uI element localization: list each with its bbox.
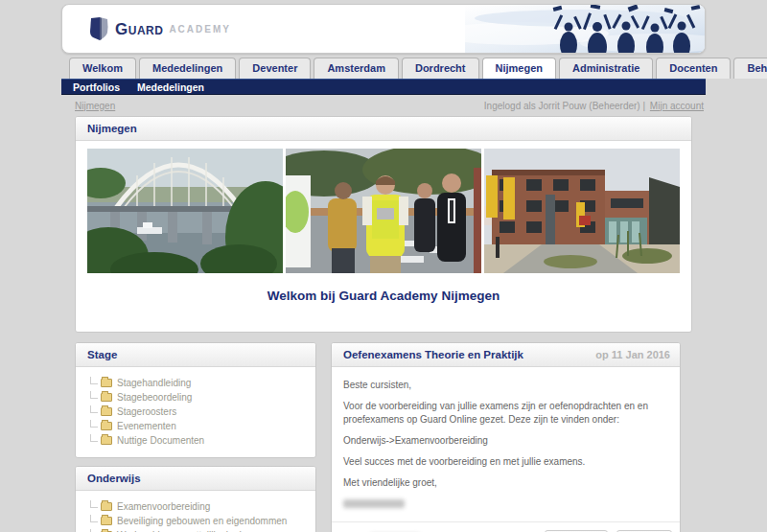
sidebar-item-werken-binnen-kaders[interactable]: Werken binnen wettelijke kaders [87, 528, 308, 532]
tab-dordrecht[interactable]: Dordrecht [402, 58, 479, 79]
sidebar-item-beveiliging-gebouwen[interactable]: Beveiliging gebouwen en eigendommen [87, 514, 308, 528]
sidebar-item-stagehandleiding[interactable]: Stagehandleiding [87, 376, 308, 390]
post-date: op 11 Jan 2016 [595, 349, 670, 360]
content-columns: Stage Stagehandleiding Stagebeoordeling … [75, 342, 706, 532]
posts-column: Oefenexamens Theorie en Praktijk op 11 J… [331, 342, 681, 532]
tab-docenten[interactable]: Docenten [656, 58, 731, 79]
logo-text-academy: ACADEMY [169, 24, 231, 35]
subnav-mededelingen[interactable]: Mededelingen [137, 81, 204, 93]
breadcrumb: Nijmegen [75, 101, 115, 111]
onderwijs-tree: Examenvoorbereiding Beveiliging gebouwen… [76, 491, 315, 532]
logo-text-guard: Guard [115, 20, 163, 39]
tab-bar: Welkom Mededelingen Deventer Amsterdam D… [61, 54, 706, 79]
post-header: Oefenexamens Theorie en Praktijk op 11 J… [332, 343, 680, 367]
page-container: Guard ACADEMY Welkom Med [61, 4, 706, 532]
tab-deventer[interactable]: Deventer [239, 58, 311, 79]
sidebar-item-stagebeoordeling[interactable]: Stagebeoordeling [87, 390, 308, 405]
stage-tree: Stagehandleiding Stagebeoordeling Stager… [76, 367, 315, 457]
meta-row: Nijmegen Ingelogd als Jorrit Pouw (Behee… [61, 95, 706, 116]
tree-branch [90, 377, 98, 384]
stage-panel: Stage Stagehandleiding Stagebeoordeling … [75, 342, 316, 458]
tab-amsterdam[interactable]: Amsterdam [314, 58, 399, 79]
login-status-text: Ingelogd als Jorrit Pouw (Beheerder) | [484, 101, 645, 111]
sidebar-item-label: Beveiliging gebouwen en eigendommen [117, 516, 287, 526]
post-paragraph: Beste cursisten, [343, 379, 668, 392]
login-info: Ingelogd als Jorrit Pouw (Beheerder) | M… [482, 101, 704, 111]
post-actions: Verwijderen Bewerken [540, 528, 672, 532]
tab-beheer[interactable]: Beheer [733, 58, 767, 79]
stage-panel-title: Stage [87, 349, 117, 360]
tree-branch [90, 434, 98, 442]
post-paragraph: Onderwijs->Examenvoorbereiding [343, 434, 668, 448]
folder-icon [101, 436, 112, 445]
sidebar-item-label: Stageroosters [117, 406, 176, 417]
post-paragraph: Met vriendelijke groet, [343, 476, 668, 490]
sidebar-item-nuttige-documenten[interactable]: Nuttige Documenten [87, 433, 308, 448]
photo-waal-bridge [87, 149, 283, 273]
photo-academy-building [484, 149, 680, 273]
post-title: Oefenexamens Theorie en Praktijk [343, 349, 523, 360]
sidebar-item-label: Evenementen [117, 421, 176, 431]
photo-strip [76, 141, 691, 273]
onderwijs-panel: Onderwijs Examenvoorbereiding Beveiligin… [75, 466, 316, 532]
stage-panel-header: Stage [76, 343, 315, 367]
sidebar-item-evenementen[interactable]: Evenementen [87, 419, 308, 433]
site-header: Guard ACADEMY [61, 4, 706, 54]
subnav-portfolios[interactable]: Portfolios [73, 81, 120, 93]
sidebar: Stage Stagehandleiding Stagebeoordeling … [75, 342, 316, 532]
folder-icon [101, 422, 112, 430]
tree-branch [90, 391, 98, 399]
post-body: Beste cursisten, Voor de voorbereiding v… [332, 367, 680, 521]
tree-branch [90, 405, 98, 413]
tab-nijmegen[interactable]: Nijmegen [482, 58, 557, 79]
sidebar-item-label: Nuttige Documenten [117, 435, 204, 446]
photo-security-staff [286, 149, 481, 273]
folder-icon [101, 393, 112, 402]
redacted-signature [343, 499, 405, 508]
my-account-link[interactable]: Mijn account [650, 101, 704, 111]
onderwijs-panel-header: Onderwijs [76, 467, 315, 491]
folder-icon [101, 517, 112, 525]
onderwijs-panel-title: Onderwijs [87, 473, 141, 484]
tree-branch [90, 500, 98, 508]
sidebar-item-label: Stagehandleiding [117, 378, 191, 388]
sidebar-item-examenvoorbereiding[interactable]: Examenvoorbereiding [87, 499, 308, 514]
tab-administratie[interactable]: Administratie [559, 58, 653, 79]
graduation-banner-image [465, 5, 705, 54]
tree-branch [90, 420, 98, 428]
post-footer: Door jan 11th, 20:13 Verwijderen Bewerke… [332, 521, 680, 532]
post-paragraph: Veel succes met de voorbereiding en met … [343, 455, 668, 469]
sidebar-item-label: Examenvoorbereiding [117, 501, 210, 512]
welcome-panel: Nijmegen [75, 116, 692, 333]
welcome-panel-header: Nijmegen [76, 117, 691, 141]
tree-branch [90, 515, 98, 522]
breadcrumb-link-nijmegen[interactable]: Nijmegen [75, 101, 115, 111]
post-paragraph: Voor de voorbereiding van jullie examens… [343, 400, 668, 427]
folder-icon [101, 502, 112, 511]
shield-logo-icon [89, 17, 109, 41]
guard-academy-logo[interactable]: Guard ACADEMY [89, 17, 231, 41]
page-title: Nijmegen [87, 123, 137, 134]
sub-navbar: Portfolios Mededelingen [61, 79, 706, 95]
sidebar-item-label: Stagebeoordeling [117, 392, 192, 403]
tab-mededelingen[interactable]: Mededelingen [139, 58, 236, 79]
folder-icon [101, 379, 112, 387]
sidebar-item-stageroosters[interactable]: Stageroosters [87, 405, 308, 419]
tab-welkom[interactable]: Welkom [69, 58, 136, 79]
tree-branch [90, 529, 98, 532]
folder-icon [101, 407, 112, 416]
post-card-oefenexamens: Oefenexamens Theorie en Praktijk op 11 J… [331, 342, 681, 532]
welcome-heading: Welkom bij Guard Academy Nijmegen [76, 273, 691, 332]
